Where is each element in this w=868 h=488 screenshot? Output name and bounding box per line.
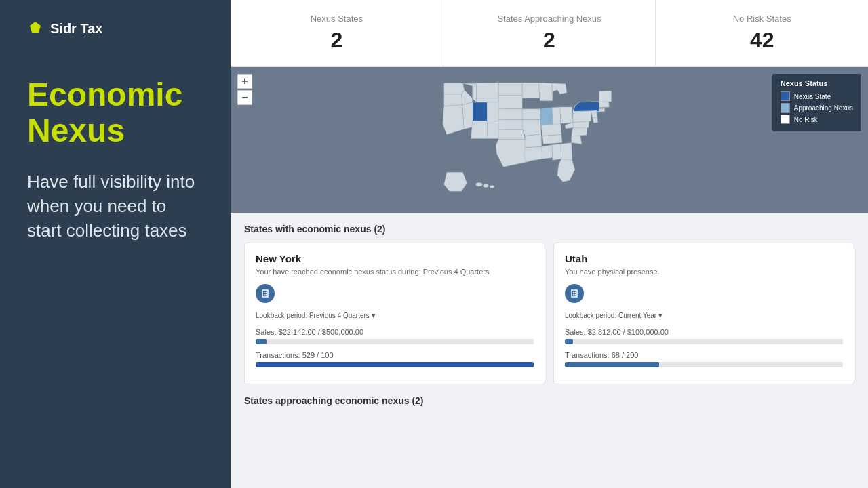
svg-marker-29	[541, 124, 561, 136]
svg-marker-44	[599, 101, 610, 108]
svg-marker-15	[498, 109, 523, 120]
svg-rect-57	[575, 292, 576, 293]
svg-marker-32	[552, 144, 561, 160]
new-york-transactions-track	[256, 362, 534, 367]
svg-marker-23	[524, 146, 542, 161]
stat-nexus-states-label: Nexus States	[251, 14, 422, 24]
svg-marker-13	[498, 83, 522, 96]
stats-bar: Nexus States 2 States Approaching Nexus …	[231, 0, 868, 67]
left-panel: Sidr Tax Economic Nexus Have full visibi…	[0, 0, 231, 488]
svg-marker-31	[542, 145, 553, 159]
legend-title: Nexus Status	[781, 79, 853, 87]
new-york-sales-label: Sales: $22,142.00 / $500,000.00	[256, 328, 534, 336]
svg-marker-30	[542, 135, 562, 144]
stat-no-risk-label: No Risk States	[676, 14, 848, 24]
svg-marker-28	[560, 107, 573, 124]
logo-icon	[27, 20, 43, 37]
utah-sales-fill	[565, 339, 573, 344]
new-york-lookback-text: Lookback period: Previous 4 Quarters	[256, 312, 370, 319]
zoom-out-button[interactable]: −	[237, 90, 252, 105]
new-york-card: New York Your have reached economic nexu…	[244, 243, 545, 384]
approaching-section-title: States approaching economic nexus (2)	[244, 395, 854, 406]
legend-no-risk-label: No Risk	[794, 116, 818, 123]
legend-approaching-label: Approaching Nexus	[794, 104, 853, 112]
utah-transactions-label: Transactions: 68 / 200	[565, 351, 843, 359]
utah-transactions-track	[565, 362, 843, 367]
utah-sales-row: Sales: $2,812.00 / $100,000.00	[565, 328, 843, 344]
utah-lookback[interactable]: Lookback period: Current Year ▾	[565, 311, 843, 320]
svg-marker-36	[572, 127, 587, 136]
utah-transactions-fill	[565, 362, 659, 367]
building-icon-2	[570, 289, 579, 298]
new-york-sales-row: Sales: $22,142.00 / $500,000.00	[256, 328, 534, 344]
building-icon	[260, 289, 270, 298]
svg-marker-33	[561, 142, 572, 161]
new-york-sales-track	[256, 339, 534, 344]
new-york-description: Your have reached economic nexus status …	[256, 267, 534, 277]
svg-rect-53	[264, 294, 265, 296]
svg-marker-17	[498, 129, 525, 139]
logo-text: Sidr Tax	[50, 21, 102, 37]
new-york-name: New York	[256, 253, 534, 264]
description: Have full visibility into when you need …	[27, 169, 203, 243]
svg-marker-24	[538, 83, 553, 101]
utah-description: You have physical presense.	[565, 267, 843, 277]
new-york-transactions-fill	[256, 362, 534, 367]
svg-point-49	[490, 185, 494, 188]
svg-point-47	[476, 182, 483, 186]
svg-rect-55	[572, 290, 577, 297]
new-york-icon	[256, 284, 275, 303]
svg-rect-54	[266, 294, 267, 296]
state-cards-row: New York Your have reached economic nexu…	[244, 243, 854, 384]
new-york-lookback[interactable]: Lookback period: Previous 4 Quarters ▾	[256, 311, 534, 320]
map-controls: + −	[237, 74, 252, 105]
svg-marker-11	[471, 121, 488, 139]
svg-marker-14	[498, 96, 522, 109]
utah-card: Utah You have physical presense. Lookbac…	[553, 243, 854, 384]
map-container: + − Nexus Status Nexus State Approaching…	[231, 67, 868, 213]
utah-transactions-row: Transactions: 68 / 200	[565, 351, 843, 367]
legend-nexus-swatch	[781, 92, 790, 101]
svg-rect-51	[264, 292, 265, 293]
svg-marker-46	[444, 172, 467, 191]
legend-approaching-swatch	[781, 103, 790, 113]
svg-marker-2	[444, 83, 465, 94]
svg-rect-58	[573, 294, 574, 296]
svg-rect-56	[573, 292, 574, 293]
legend-nexus-label: Nexus State	[794, 93, 831, 100]
stat-no-risk: No Risk States 42	[656, 0, 868, 66]
svg-marker-22	[525, 134, 542, 148]
svg-rect-59	[575, 294, 576, 296]
svg-marker-20	[522, 109, 540, 120]
svg-marker-21	[522, 120, 541, 136]
content-area: States with economic nexus (2) New York …	[231, 213, 868, 488]
svg-marker-43	[599, 108, 605, 112]
svg-point-48	[483, 184, 488, 188]
stat-approaching-label: States Approaching Nexus	[464, 14, 635, 24]
stat-approaching-value: 2	[464, 28, 635, 53]
svg-marker-3	[444, 94, 462, 106]
stat-no-risk-value: 42	[676, 28, 848, 53]
right-panel: Nexus States 2 States Approaching Nexus …	[231, 0, 868, 488]
new-york-sales-fill	[256, 339, 267, 344]
svg-rect-52	[266, 292, 267, 293]
utah-name: Utah	[565, 253, 843, 264]
svg-marker-27	[552, 107, 561, 125]
svg-marker-4	[443, 105, 465, 135]
svg-marker-39	[573, 111, 591, 123]
economic-nexus-title: States with economic nexus (2)	[244, 224, 854, 235]
stat-nexus-states: Nexus States 2	[231, 0, 443, 66]
zoom-in-button[interactable]: +	[237, 74, 252, 89]
legend-nexus-state: Nexus State	[781, 92, 853, 101]
svg-marker-45	[599, 91, 612, 102]
logo-area: Sidr Tax	[27, 20, 203, 37]
svg-marker-19	[522, 83, 540, 98]
stat-approaching: States Approaching Nexus 2	[443, 0, 656, 66]
utah-sales-track	[565, 339, 843, 344]
utah-lookback-text: Lookback period: Current Year	[565, 312, 656, 319]
legend-approaching: Approaching Nexus	[781, 103, 853, 113]
legend-no-risk-swatch	[781, 115, 790, 124]
new-york-transactions-label: Transactions: 529 / 100	[256, 351, 534, 359]
svg-marker-16	[498, 120, 523, 130]
new-york-transactions-row: Transactions: 529 / 100	[256, 351, 534, 367]
